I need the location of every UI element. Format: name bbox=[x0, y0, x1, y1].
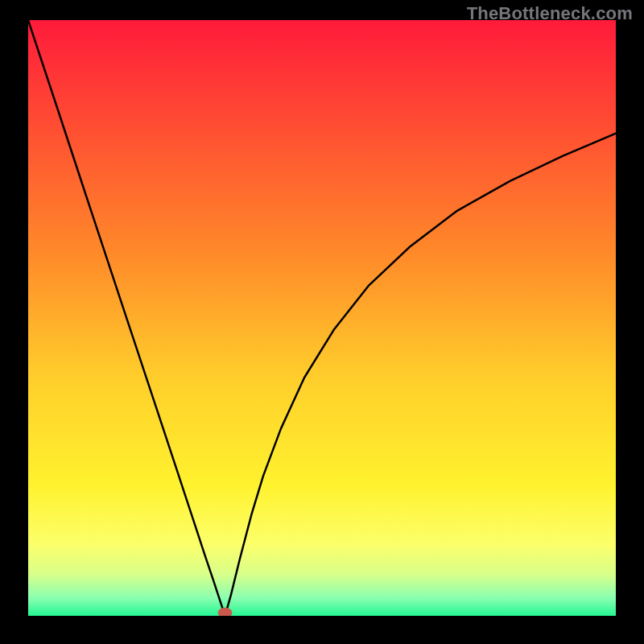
gradient-background bbox=[28, 20, 616, 616]
chart-frame: TheBottleneck.com bbox=[0, 0, 644, 644]
watermark-text: TheBottleneck.com bbox=[467, 3, 633, 24]
bottleneck-chart bbox=[28, 20, 616, 616]
plot-area bbox=[28, 20, 616, 616]
